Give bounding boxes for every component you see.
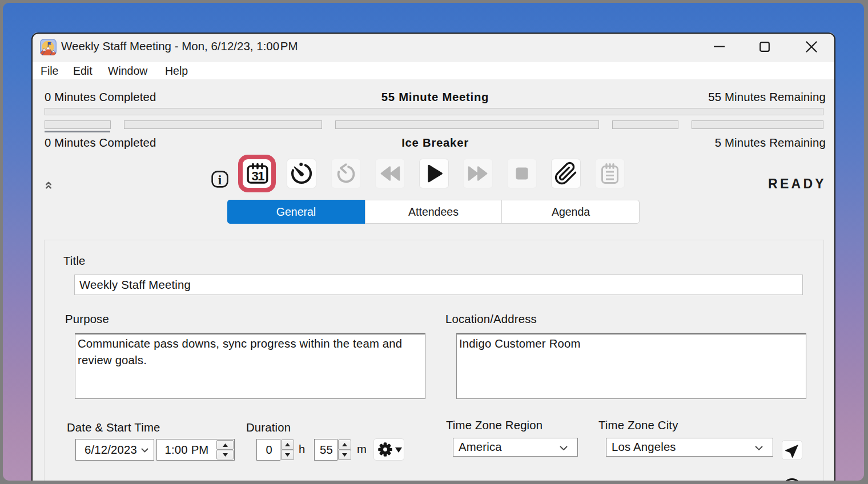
svg-text:i: i — [218, 173, 222, 187]
svg-text:31: 31 — [251, 169, 264, 183]
